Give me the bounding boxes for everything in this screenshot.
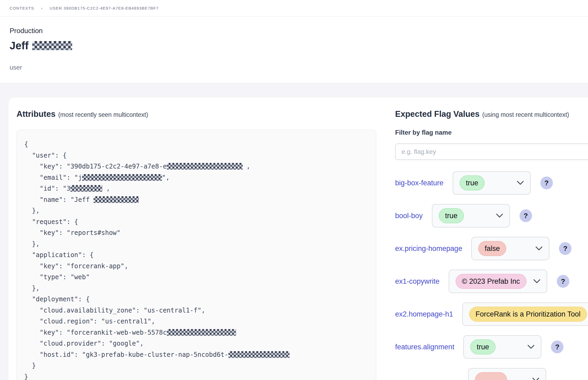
code-line: "name": "Jeff [24,194,368,206]
code-line: "key": "390db175-c2c2-4e97-a7e8-e , [24,161,368,172]
code-text: } [24,362,36,369]
flag-row: big-box-featuretrue? [395,171,588,195]
redacted-text-block [70,185,102,192]
code-line: "key": "forcerank-app", [24,261,368,272]
code-line: "key": "forcerankit-web-web-5578c [24,327,368,338]
redacted-name-block [32,41,72,50]
code-line: } [24,371,368,380]
help-button[interactable]: ? [540,177,553,189]
breadcrumb-link-contexts[interactable]: CONTEXTS [10,6,34,10]
flag-row: bool-boytrue? [395,204,588,227]
redacted-text-block [167,163,243,170]
code-line: "type": "web" [24,272,368,283]
flag-name-link[interactable]: bool-boy [395,212,423,220]
code-text: ", [162,174,170,181]
code-text: "type": "web" [24,273,90,281]
code-line: "deployment": { [24,294,368,305]
flag-row: ex.pricing-homepagefalse? [395,237,588,260]
attributes-title: Attributes(most recently seen multiconte… [17,109,376,119]
context-name-visible: Jeff [10,40,29,51]
flag-value-select[interactable] [468,368,546,380]
redacted-text-block [82,174,162,181]
flag-row [395,368,588,380]
code-line: }, [24,239,368,250]
code-text: }, [24,240,40,248]
chevron-down-icon [517,181,524,185]
help-button[interactable]: ? [557,275,569,288]
code-text: { [24,141,28,148]
code-text: "request": { [24,218,78,226]
flag-value-pill: false [478,241,506,256]
main-section: Attributes(most recently seen multiconte… [0,83,588,380]
flag-value-pill: © 2023 Prefab Inc [456,274,526,289]
redacted-text-block [94,196,139,203]
chevron-down-icon [532,378,539,380]
flag-value-pill: true [439,208,464,223]
code-text: "deployment": { [24,295,90,303]
flag-value-pill [475,372,507,380]
code-line: "user": { [24,150,368,161]
flag-value-select[interactable]: ForceRank is a Prioritization Tool [462,302,588,326]
context-detail-card: Attributes(most recently seen multiconte… [8,97,588,380]
code-line: "application": { [24,250,368,261]
flag-value-select[interactable]: © 2023 Prefab Inc [449,270,547,293]
code-text: "key": "reports#show" [24,229,120,237]
flag-filter-input[interactable] [395,143,588,160]
code-text: "cloud.region": "us-central1", [24,318,155,325]
help-button[interactable]: ? [520,209,532,222]
breadcrumb-current: USER 390DB175-C2C2-4E97-A7E8-EB4893BE7BF… [50,6,159,10]
flag-value-pill: ForceRank is a Prioritization Tool [469,307,587,322]
attributes-subtitle: (most recently seen multicontext) [58,111,148,118]
flag-value-select[interactable]: false [471,237,549,260]
chevron-down-icon [528,345,534,349]
help-button[interactable]: ? [559,242,571,255]
code-line: "email": "j", [24,172,368,183]
flag-name-link[interactable]: features.alignment [395,343,454,351]
code-text: } [24,373,28,380]
redacted-text-block [228,351,290,358]
flag-name-link[interactable]: ex1-copywrite [395,277,440,286]
code-text: "key": "forcerank-app", [24,262,128,270]
code-line: "cloud.availability_zone": "us-central1-… [24,305,368,316]
flag-row: features.alignmenttrue? [395,335,588,359]
code-text: "email": "j [24,174,82,181]
context-header: Production Jeff user [0,17,588,83]
flags-subtitle: (using most recent multicontext) [482,111,569,118]
breadcrumb-separator-icon: › [41,6,43,10]
attributes-panel: Attributes(most recently seen multiconte… [17,109,376,380]
flags-title: Expected Flag Values(using most recent m… [395,109,588,119]
code-line: "request": { [24,217,368,228]
chevron-down-icon [496,214,503,218]
flag-rows: big-box-featuretrue?bool-boytrue?ex.pric… [395,171,588,380]
code-text: }, [24,285,40,292]
filter-label: Filter by flag name [395,129,588,136]
flag-value-select[interactable]: true [453,171,531,195]
chevron-down-icon [533,279,540,283]
flag-name-link[interactable]: big-box-feature [395,179,444,187]
code-line: } [24,360,368,371]
code-line: { [24,139,368,150]
code-line: }, [24,205,368,217]
attributes-json: { "user": { "key": "390db175-c2c2-4e97-a… [17,130,376,380]
flag-value-select[interactable]: true [463,335,541,359]
code-text: }, [24,207,40,214]
flags-title-text: Expected Flag Values [395,109,480,119]
code-line: }, [24,283,368,294]
chevron-down-icon [536,246,542,251]
redacted-text-block [167,329,236,336]
code-text: , [102,185,110,192]
flag-value-select[interactable]: true [432,204,510,227]
code-text: , [243,163,250,170]
flag-value-pill: true [460,175,485,190]
flag-name-link[interactable]: ex.pricing-homepage [395,245,462,253]
environment-label: Production [10,27,578,35]
flag-name-link[interactable]: ex2.homepage-h1 [395,310,453,318]
help-button[interactable]: ? [551,341,563,353]
code-text: "key": "forcerankit-web-web-5578c [24,329,167,336]
code-line: "cloud.region": "us-central1", [24,316,368,327]
code-line: "host.id": "gk3-prefab-kube-cluster-nap-… [24,349,368,361]
flag-value-pill: true [470,339,496,354]
breadcrumb: CONTEXTS › USER 390DB175-C2C2-4E97-A7E8-… [0,0,588,17]
context-name: Jeff [10,39,578,52]
flag-row: ex2.homepage-h1ForceRank is a Prioritiza… [395,302,588,326]
